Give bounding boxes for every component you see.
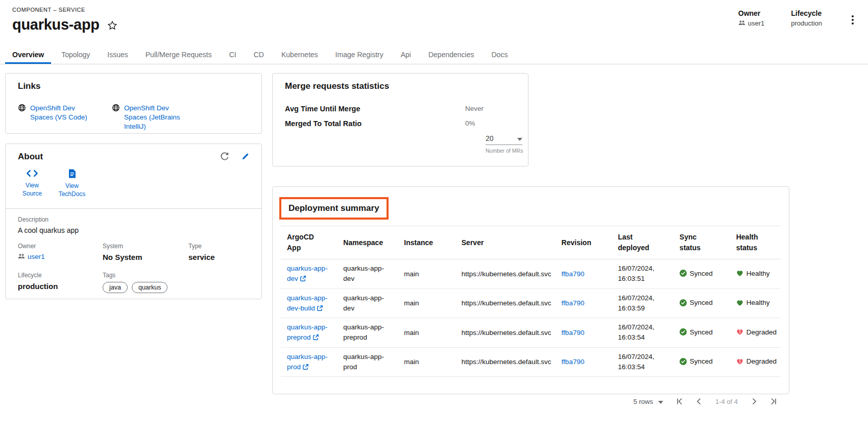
tab-docs[interactable]: Docs [484, 45, 515, 64]
last-deployed-cell: 16/07/2024, 16:03:54 [618, 322, 661, 343]
link-label[interactable]: OpenShift Dev Spaces (VS Code) [30, 104, 97, 122]
about-type-field: Type service [188, 243, 249, 261]
link-devspaces-vscode[interactable]: OpenShift Dev Spaces (VS Code) [18, 104, 97, 132]
heart-icon [736, 270, 743, 277]
check-circle-icon [680, 358, 687, 365]
group-icon [738, 19, 745, 27]
tab-ci[interactable]: CI [222, 45, 244, 64]
about-card: About View Source View TechDocs Descript… [5, 143, 262, 299]
col-argocd-app: ArgoCD App [281, 226, 339, 259]
page-header: COMPONENT – SERVICE quarkus-app Owner us… [0, 0, 868, 45]
namespace-cell: quarkus-app-preprod [343, 322, 390, 343]
tab-kubernetes[interactable]: Kubernetes [274, 45, 325, 64]
col-namespace: Namespace [339, 226, 400, 259]
check-circle-icon [680, 328, 687, 335]
tag-chip[interactable]: java [103, 282, 128, 293]
description-value: A cool quarkus app [18, 226, 249, 234]
namespace-cell: quarkus-app-dev [343, 293, 390, 314]
view-source-button[interactable]: View Source [18, 169, 46, 198]
lifecycle-value: production [791, 19, 822, 27]
tab-image-registry[interactable]: Image Registry [328, 45, 391, 64]
argocd-app-link[interactable]: quarkus-app-prod [287, 352, 335, 373]
owner-label: Owner [738, 9, 765, 17]
tab-dependencies[interactable]: Dependencies [421, 45, 481, 64]
first-page-button[interactable] [676, 397, 684, 405]
table-header-row: ArgoCD App Namespace Instance Server Rev… [281, 226, 781, 259]
deployment-table: ArgoCD App Namespace Instance Server Rev… [281, 226, 781, 377]
rows-per-page-select[interactable]: 5 rows [634, 398, 663, 405]
number-of-mrs-select[interactable]: 20 [486, 134, 522, 145]
links-card: Links OpenShift Dev Spaces (VS Code) Ope… [5, 73, 262, 134]
broken-heart-icon [736, 328, 743, 335]
table-row: quarkus-app-dev quarkus-app-dev main htt… [281, 259, 781, 289]
tag-chip[interactable]: quarkus [132, 282, 167, 293]
table-row: quarkus-app-prod quarkus-app-prod main h… [281, 347, 781, 377]
description-label: Description [18, 216, 249, 223]
tab-pull-merge-requests[interactable]: Pull/Merge Requests [138, 45, 219, 64]
deployment-summary-card: Deployment summary ArgoCD App Namespace … [272, 186, 789, 394]
edit-pencil-icon[interactable] [242, 153, 249, 160]
instance-cell: main [400, 318, 457, 348]
about-tags-field: Tags java quarkus [103, 272, 188, 293]
col-last-deployed: Last deployed [614, 226, 676, 259]
tab-topology[interactable]: Topology [54, 45, 97, 64]
argocd-app-link[interactable]: quarkus-app-dev-build [287, 293, 335, 314]
favorite-star-icon[interactable] [107, 20, 118, 31]
last-deployed-cell: 16/07/2024, 16:03:54 [618, 352, 661, 373]
next-page-button[interactable] [750, 397, 758, 405]
tab-api[interactable]: Api [394, 45, 418, 64]
group-icon [18, 253, 25, 260]
argocd-app-link[interactable]: quarkus-app-preprod [287, 322, 335, 343]
owner-value[interactable]: user1 [748, 19, 765, 27]
refresh-icon[interactable] [220, 152, 229, 161]
col-health-status: Health status [732, 226, 781, 259]
code-icon [26, 169, 38, 180]
argocd-app-link[interactable]: quarkus-app-dev [287, 263, 335, 284]
highlight-annotation-box: Deployment summary [279, 197, 389, 220]
lifecycle-label: Lifecycle [791, 9, 822, 17]
page-range-label: 1-4 of 4 [715, 398, 738, 405]
links-card-title: Links [18, 81, 249, 91]
col-instance: Instance [400, 226, 457, 259]
namespace-cell: quarkus-app-prod [343, 352, 390, 373]
merge-stats-card: Merge requests statistics Avg Time Until… [272, 73, 528, 166]
server-cell: https://kubernetes.default.svc [457, 318, 558, 348]
owner-meta: Owner user1 [738, 9, 765, 27]
revision-link[interactable]: ffba790 [562, 329, 585, 337]
view-techdocs-label: View TechDocs [58, 182, 86, 198]
server-cell: https://kubernetes.default.svc [457, 259, 558, 289]
link-devspaces-intellij[interactable]: OpenShift Dev Spaces (JetBrains IntelliJ… [112, 104, 190, 132]
about-system-field: System No System [103, 243, 188, 261]
instance-cell: main [400, 259, 457, 289]
last-page-button[interactable] [769, 397, 778, 405]
globe-icon [18, 104, 26, 114]
revision-link[interactable]: ffba790 [562, 270, 585, 278]
health-status-cell: Healthy [736, 270, 770, 277]
tab-cd[interactable]: CD [247, 45, 271, 64]
check-circle-icon [680, 299, 687, 306]
globe-icon [112, 104, 120, 114]
owner-link[interactable]: user1 [18, 253, 103, 260]
about-lifecycle-field: Lifecycle production [18, 272, 103, 293]
view-techdocs-button[interactable]: View TechDocs [58, 169, 86, 198]
health-status-cell: Degraded [736, 328, 777, 336]
chevron-down-icon [658, 398, 663, 405]
server-cell: https://kubernetes.default.svc [457, 289, 558, 318]
heart-icon [736, 299, 743, 306]
merge-stats-title: Merge requests statistics [285, 81, 516, 91]
link-label[interactable]: OpenShift Dev Spaces (JetBrains IntelliJ… [124, 104, 190, 132]
health-status-cell: Degraded [736, 357, 777, 365]
page-title: quarkus-app [12, 16, 100, 33]
tab-issues[interactable]: Issues [100, 45, 135, 64]
sync-status-cell: Synced [680, 328, 713, 336]
previous-page-button[interactable] [695, 397, 703, 405]
table-row: quarkus-app-dev-build quarkus-app-dev ma… [281, 289, 781, 318]
revision-link[interactable]: ffba790 [562, 358, 585, 366]
stat-merged-to-total-ratio: Merged To Total Ratio 0% [285, 119, 516, 128]
kebab-menu-icon[interactable] [849, 13, 857, 27]
tab-overview[interactable]: Overview [5, 45, 51, 64]
revision-link[interactable]: ffba790 [562, 299, 585, 307]
table-pagination: 5 rows 1-4 of 4 [281, 397, 781, 405]
deployment-summary-title: Deployment summary [288, 203, 379, 213]
namespace-cell: quarkus-app-dev [343, 263, 390, 284]
